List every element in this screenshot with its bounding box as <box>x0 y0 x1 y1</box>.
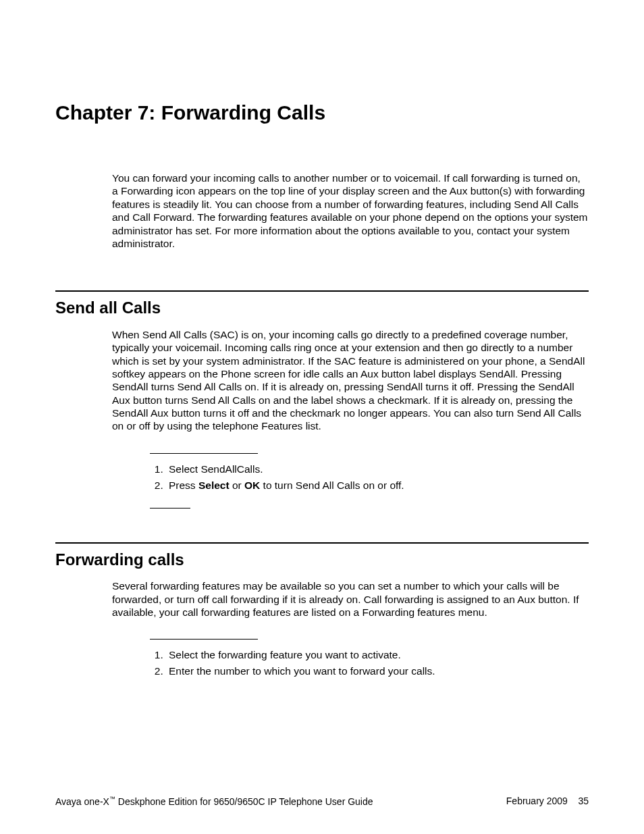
trademark-icon: ™ <box>109 796 115 802</box>
page-footer: Avaya one-X™ Deskphone Edition for 9650/… <box>55 796 589 807</box>
footer-left: Avaya one-X™ Deskphone Edition for 9650/… <box>55 796 373 807</box>
section-paragraph: Several forwarding features may be avail… <box>112 579 589 619</box>
section-divider <box>55 542 589 544</box>
footer-product: Avaya one-X <box>55 796 109 807</box>
step-item: Press Select or OK to turn Send All Call… <box>166 479 589 492</box>
section-heading-forwarding-calls: Forwarding calls <box>55 550 589 569</box>
section-heading-send-all-calls: Send all Calls <box>55 298 589 317</box>
footer-right: February 2009 35 <box>506 796 589 807</box>
step-bold: OK <box>244 479 260 491</box>
footer-product-suffix: Deskphone Edition for 9650/9650C IP Tele… <box>115 796 373 807</box>
steps-list: Select the forwarding feature you want t… <box>150 649 589 677</box>
document-page: Chapter 7: Forwarding Calls You can forw… <box>0 0 644 834</box>
step-text: or <box>230 479 244 491</box>
step-item: Select the forwarding feature you want t… <box>166 649 589 661</box>
step-item: Select SendAllCalls. <box>166 463 589 475</box>
section-paragraph: When Send All Calls (SAC) is on, your in… <box>112 328 589 433</box>
step-text: to turn Send All Calls on or off. <box>260 479 404 491</box>
steps-divider <box>150 639 258 640</box>
section-divider <box>55 290 589 292</box>
footer-page-number: 35 <box>578 796 589 806</box>
step-bold: Select <box>198 479 230 491</box>
chapter-title: Chapter 7: Forwarding Calls <box>55 101 589 124</box>
steps-divider <box>150 453 258 454</box>
footer-date: February 2009 <box>506 796 568 806</box>
steps-list: Select SendAllCalls. Press Select or OK … <box>150 463 589 492</box>
step-text: Press <box>169 479 198 491</box>
step-item: Enter the number to which you want to fo… <box>166 665 589 677</box>
chapter-intro: You can forward your incoming calls to a… <box>112 172 589 250</box>
